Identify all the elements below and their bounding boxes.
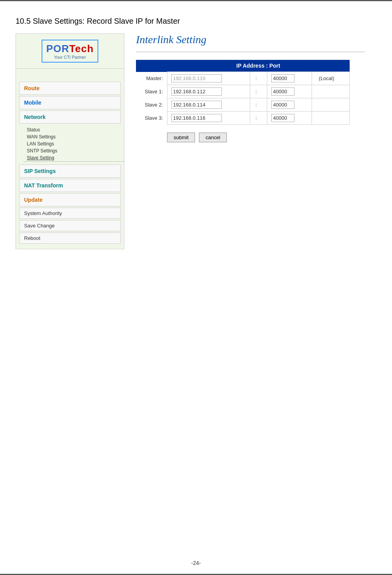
logo-area: PORTech Your CTI Partner [16,34,124,69]
row-label-master: Master: [136,72,167,85]
row-label-slave3: Slave 3: [136,112,167,125]
submit-button[interactable]: submit [167,133,195,142]
page-title: 10.5 Slave Settings: Record Slave IP for… [16,17,376,26]
sidebar-item-save-change[interactable]: Save Change [19,220,121,231]
logo-brand: PORTech [46,43,94,55]
slave1-port-cell [267,85,312,98]
slave1-ip-cell [167,85,250,98]
logo-tech: Tech [69,43,94,54]
master-extra: (Local) [312,72,349,85]
colon-1: : [250,85,267,98]
master-port-input[interactable] [271,74,294,82]
slave3-port-cell [267,112,312,125]
local-label: (Local) [316,75,335,81]
master-ip-input[interactable] [171,74,222,82]
sidebar-item-nat-transform[interactable]: NAT Transform [19,179,121,192]
sidebar-item-sntp-settings[interactable]: SNTP Settings [24,147,124,154]
master-ip-cell [167,72,250,85]
sidebar-item-status[interactable]: Status [24,126,124,133]
master-port-cell [267,72,312,85]
logo-tagline: Your CTI Partner [46,55,94,59]
sidebar-item-route[interactable]: Route [19,82,121,95]
slave2-ip-cell [167,98,250,112]
row-label-slave2: Slave 2: [136,98,167,112]
main-content: Interlink Setting IP Address : Port Mast… [124,33,376,142]
slave2-ip-input[interactable] [171,101,222,109]
sidebar-item-slave-setting[interactable]: Slave Setting [24,154,124,162]
colon-0: : [250,72,267,85]
buttons-row: submit cancel [136,133,365,142]
cancel-button[interactable]: cancel [199,133,227,142]
table-header: IP Address : Port [167,60,350,72]
logo-box: PORTech Your CTI Partner [42,40,98,63]
sidebar-item-lan-settings[interactable]: LAN Settings [24,140,124,147]
table-row: Slave 3: : [136,112,350,125]
slave3-ip-cell [167,112,250,125]
divider [136,52,365,52]
slave1-port-input[interactable] [271,87,294,96]
table-row: Slave 1: : [136,85,350,98]
ip-table: IP Address : Port Master: : [136,60,350,125]
interlink-title: Interlink Setting [136,33,365,46]
page-footer: -24- [0,560,392,566]
slave3-port-input[interactable] [271,114,294,122]
slave3-ip-input[interactable] [171,114,222,122]
colon-3: : [250,112,267,125]
slave2-port-input[interactable] [271,101,294,109]
sidebar-item-wan-settings[interactable]: WAN Settings [24,133,124,140]
table-row: Slave 2: : [136,98,350,112]
slave1-ip-input[interactable] [171,87,222,96]
sidebar-item-network[interactable]: Network [19,110,121,124]
row-label-slave1: Slave 1: [136,85,167,98]
table-row: Master: : (Local) [136,72,350,85]
network-submenu: Status WAN Settings LAN Settings SNTP Se… [16,125,124,163]
sidebar: PORTech Your CTI Partner Route Mobile Ne… [16,33,124,249]
colon-2: : [250,98,267,112]
logo-por: POR [46,43,69,54]
slave2-port-cell [267,98,312,112]
sidebar-item-reboot[interactable]: Reboot [19,232,121,244]
sidebar-item-mobile[interactable]: Mobile [19,96,121,109]
sidebar-item-update[interactable]: Update [19,193,121,206]
sidebar-item-sip-settings[interactable]: SIP Settings [19,164,121,178]
sidebar-item-system-authority[interactable]: System Authority [19,208,121,219]
